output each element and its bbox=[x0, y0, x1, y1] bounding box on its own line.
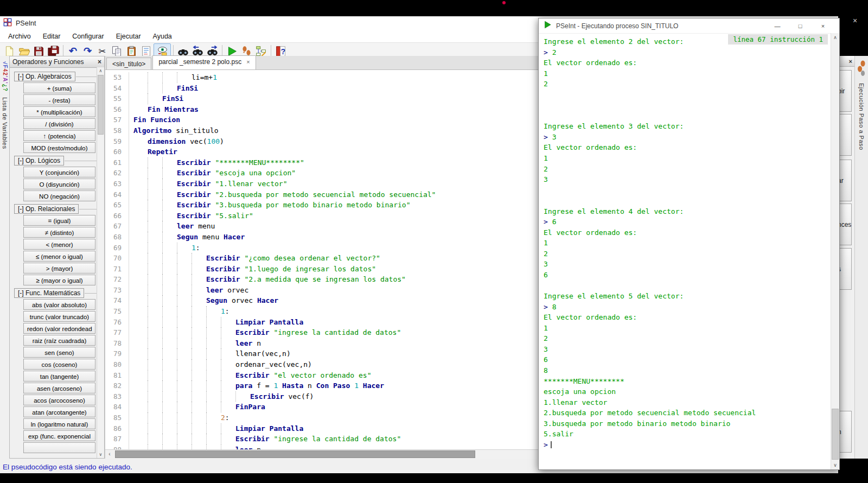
code-token-kw: Algoritmo bbox=[133, 125, 171, 136]
indent-guide bbox=[148, 412, 162, 423]
operator-button[interactable]: Y (conjunción) bbox=[23, 167, 95, 177]
code-token-pl: : bbox=[225, 412, 229, 423]
close-tab-icon[interactable]: × bbox=[246, 59, 250, 65]
indent-guide bbox=[133, 253, 148, 264]
console-title-bar[interactable]: PSeInt - Ejecutando proceso SIN_TITULO —… bbox=[539, 18, 839, 34]
code-token-str: "escoja una opcion" bbox=[215, 168, 296, 179]
scroll-up-icon[interactable]: ∧ bbox=[97, 67, 104, 74]
close-icon[interactable]: × bbox=[849, 58, 852, 65]
scroll-left-icon[interactable]: ‹ bbox=[105, 450, 114, 458]
console-scrollbar[interactable]: ∧ ∨ bbox=[831, 33, 839, 469]
indent-guide bbox=[148, 200, 162, 211]
console-prompt-line: > bbox=[544, 440, 831, 450]
menu-editar[interactable]: Editar bbox=[37, 31, 67, 41]
operator-button[interactable]: trunc (valor truncado) bbox=[23, 311, 95, 322]
operator-button[interactable]: * (multiplicación) bbox=[23, 106, 95, 117]
scroll-down-icon[interactable]: ∨ bbox=[831, 461, 839, 469]
code-token-num: 1 bbox=[354, 380, 359, 391]
text-cursor[interactable] bbox=[551, 441, 552, 448]
toolbar-separator bbox=[63, 45, 63, 57]
indent-guide bbox=[133, 179, 148, 189]
operator-button[interactable]: cos (coseno) bbox=[23, 359, 95, 370]
tab-sin-titulo[interactable]: <sin_titulo> bbox=[106, 58, 151, 69]
operators-panel-content: [-] Op. Algebraicos+ (suma)- (resta)* (m… bbox=[10, 67, 97, 458]
operator-button[interactable]: > (mayor) bbox=[23, 263, 95, 274]
tab-parcial-semestre[interactable]: parcial _semestre 2 polo.psc× bbox=[152, 55, 256, 69]
code-token-str: "ingrese la cantidad de datos" bbox=[273, 327, 401, 338]
indent-guide bbox=[133, 104, 148, 115]
screen-black-corner-bottom bbox=[838, 459, 868, 483]
operator-button[interactable]: abs (valor absoluto) bbox=[23, 299, 95, 310]
section-label[interactable]: [-] Op. Relacionales bbox=[14, 204, 79, 214]
indent-guide bbox=[192, 327, 206, 338]
indent-guide bbox=[148, 189, 162, 200]
operator-button[interactable]: MOD (resto/modulo) bbox=[23, 142, 95, 153]
operator-button[interactable]: atan (arcotangente) bbox=[23, 406, 95, 417]
operator-button[interactable]: ≠ (distinto) bbox=[23, 227, 95, 238]
menu-archivo[interactable]: Archivo bbox=[2, 31, 37, 41]
operator-button[interactable]: tan (tangente) bbox=[23, 371, 95, 382]
close-icon[interactable]: × bbox=[853, 16, 857, 25]
indent-guide bbox=[133, 189, 148, 200]
line-number: 79 bbox=[105, 348, 129, 359]
operator-button[interactable]: asen (arcoseno) bbox=[23, 383, 95, 393]
code-token-kw: Escribir bbox=[250, 391, 284, 402]
close-icon[interactable]: × bbox=[98, 58, 101, 66]
close-icon[interactable]: × bbox=[812, 23, 834, 29]
operator-button[interactable]: ↑ (potencia) bbox=[23, 130, 95, 141]
scroll-down-icon[interactable]: ∨ bbox=[97, 451, 104, 458]
console-output[interactable]: Ingrese el elemento 2 del vector:> 2El v… bbox=[539, 33, 831, 469]
operator-button[interactable]: acos (arcocoseno) bbox=[23, 395, 95, 405]
operator-button[interactable]: - (resta) bbox=[23, 94, 95, 105]
operator-button[interactable]: ≥ (mayor o igual) bbox=[23, 275, 95, 285]
operator-button[interactable]: NO (negación) bbox=[23, 190, 95, 201]
section-label[interactable]: [-] Op. Algebraicos bbox=[14, 72, 75, 81]
section-header[interactable]: [-] Op. Relacionales bbox=[14, 204, 97, 214]
variables-list-vertical-tab[interactable]: √F42'A'¿? Lista de Variables bbox=[0, 56, 9, 459]
operator-button[interactable]: = (igual) bbox=[23, 215, 95, 226]
code-token-pl: orvec bbox=[223, 285, 248, 296]
type-glyph: 'A' bbox=[2, 76, 8, 84]
console-scrollbar-thumb[interactable] bbox=[832, 409, 839, 460]
menu-configurar[interactable]: Configurar bbox=[66, 31, 110, 41]
operator-button[interactable]: exp (func. exponencial bbox=[23, 430, 95, 441]
operator-button[interactable]: raiz (raíz cuadrada) bbox=[23, 335, 95, 346]
indent-guide bbox=[148, 285, 162, 296]
console-output-line: 1 bbox=[544, 238, 831, 249]
line-number: 77 bbox=[105, 327, 129, 338]
operator-button[interactable]: ln (logaritmo natural) bbox=[23, 418, 95, 429]
console-window-controls: — □ × bbox=[766, 23, 834, 29]
sidebar-scrollbar[interactable]: ∧ ∨ bbox=[97, 67, 104, 458]
menu-ejecutar[interactable]: Ejecutar bbox=[110, 31, 147, 41]
step-execution-vertical-tab[interactable]: Ejecución Paso a Paso bbox=[854, 56, 868, 459]
pseint-logo-icon bbox=[3, 18, 12, 29]
operator-button[interactable]: < (menor) bbox=[23, 239, 95, 250]
section-label[interactable]: [-] Op. Lógicos bbox=[14, 156, 64, 166]
indent-guide bbox=[162, 232, 177, 243]
operator-button[interactable]: sen (seno) bbox=[23, 347, 95, 358]
maximize-icon[interactable]: □ bbox=[789, 23, 812, 29]
menu-ayuda[interactable]: Ayuda bbox=[147, 31, 178, 41]
operator-button[interactable]: + (suma) bbox=[23, 82, 95, 93]
operator-button[interactable]: redon (valor redondead bbox=[23, 323, 95, 334]
operator-button[interactable]: / (división) bbox=[23, 118, 95, 129]
code-token-num: 1 bbox=[221, 306, 225, 317]
operator-button[interactable]: O (disyunción) bbox=[23, 179, 95, 189]
operator-button[interactable]: ≤ (menor o igual) bbox=[23, 251, 95, 262]
indent-guide bbox=[162, 380, 177, 391]
minimize-icon[interactable]: — bbox=[766, 23, 789, 29]
section-label[interactable]: [-] Func. Matemáticas bbox=[14, 288, 84, 298]
line-number: 73 bbox=[105, 285, 129, 296]
section-header[interactable]: [-] Op. Lógicos bbox=[14, 156, 97, 166]
section-header[interactable]: [-] Func. Matemáticas bbox=[14, 288, 97, 298]
section-header[interactable]: [-] Op. Algebraicos bbox=[14, 72, 97, 81]
operator-button[interactable] bbox=[23, 442, 95, 453]
scroll-up-icon[interactable]: ∧ bbox=[831, 33, 839, 42]
editor-hscrollbar-thumb[interactable] bbox=[115, 450, 475, 458]
indent-guide bbox=[133, 359, 148, 370]
sidebar-scrollbar-thumb[interactable] bbox=[98, 75, 104, 135]
line-number: 55 bbox=[105, 93, 129, 104]
indent-guide bbox=[177, 348, 192, 359]
console-output-line: 6 bbox=[544, 270, 831, 281]
prompt-icon: > bbox=[544, 218, 552, 226]
